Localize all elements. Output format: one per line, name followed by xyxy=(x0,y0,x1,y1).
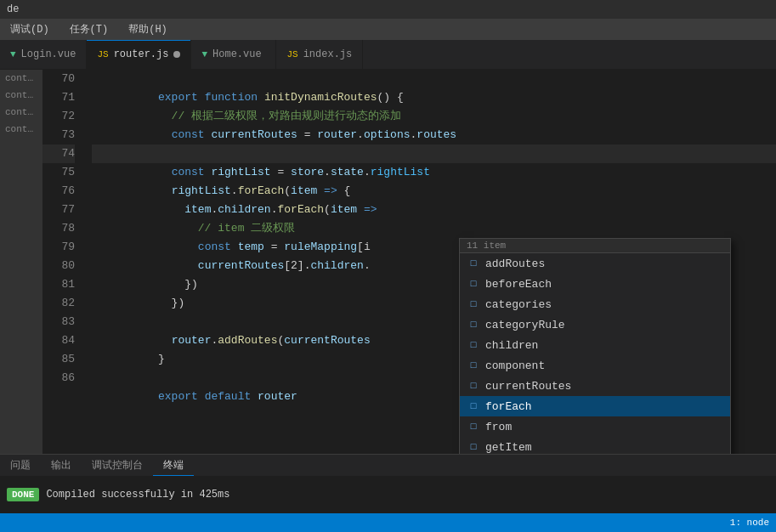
file-icon-1: □ xyxy=(467,257,480,270)
code-line-71: // 根据二级权限，对路由规则进行动态的添加 xyxy=(92,88,776,107)
js-icon: JS xyxy=(97,49,108,59)
autocomplete-label-addRoutes: addRoutes xyxy=(485,258,545,270)
code-area: 70 71 72 73 74 75 76 77 78 79 80 81 82 8… xyxy=(42,70,776,454)
menu-task[interactable]: 任务(T) xyxy=(66,20,112,38)
sidebar-item-3: control\... xyxy=(0,104,42,121)
autocomplete-label-component: component xyxy=(485,359,545,372)
menu-help[interactable]: 帮助(H) xyxy=(125,20,171,38)
sidebar-item-1: control\... xyxy=(0,70,42,87)
code-line-74: const rightList = store.state.rightList xyxy=(92,144,776,163)
js-icon-2: JS xyxy=(286,49,297,59)
code-line-78: const temp = ruleMapping[i xyxy=(92,219,776,238)
autocomplete-label-categoryRule: categoryRule xyxy=(485,319,565,331)
autocomplete-item-currentRoutes[interactable]: □ currentRoutes xyxy=(460,376,730,396)
file-icon-4: □ xyxy=(467,318,480,331)
autocomplete-item-categoryRule[interactable]: □ categoryRule xyxy=(460,314,730,335)
autocomplete-item-beforeEach[interactable]: □ beforeEach xyxy=(460,274,730,294)
tab-home[interactable]: ▼ Home.vue xyxy=(191,40,276,69)
title-text: de xyxy=(7,3,19,15)
bottom-panel: 问题 输出 调试控制台 终端 DONE Compiled successfull… xyxy=(0,454,776,513)
vue-icon: ▼ xyxy=(10,49,16,59)
tab-home-label: Home.vue xyxy=(212,48,262,60)
autocomplete-item-from[interactable]: □ from xyxy=(460,416,730,437)
autocomplete-label-getItem: getItem xyxy=(485,441,532,454)
tab-router[interactable]: JS router.js xyxy=(87,40,191,69)
autocomplete-label-beforeEach: beforeEach xyxy=(485,278,552,291)
autocomplete-header: 11 item xyxy=(460,239,730,253)
tab-bar: ▼ Login.vue JS router.js ▼ Home.vue JS i… xyxy=(0,40,776,70)
code-line-70: export function initDynamicRoutes() { xyxy=(92,70,776,88)
code-line-73: // currentRoutes[2].children.push() xyxy=(92,126,776,144)
autocomplete-label-forEach: forEach xyxy=(485,400,532,413)
menu-debug[interactable]: 调试(D) xyxy=(7,20,53,38)
editor-container: control\... control\src... control\... c… xyxy=(0,70,776,454)
code-line-77: // item 二级权限 xyxy=(92,201,776,219)
sidebar: control\... control\src... control\... c… xyxy=(0,70,42,454)
panel-tab-terminal[interactable]: 终端 xyxy=(153,455,194,476)
file-icon-6: □ xyxy=(467,359,480,372)
code-editor[interactable]: 70 71 72 73 74 75 76 77 78 79 80 81 82 8… xyxy=(42,70,776,454)
modified-dot xyxy=(173,51,180,58)
autocomplete-item-categories[interactable]: □ categories xyxy=(460,294,730,314)
tab-index-label: index.js xyxy=(303,48,353,60)
file-icon-9: □ xyxy=(467,420,480,433)
code-line-76: item.children.forEach(item => xyxy=(92,182,776,201)
vue-icon-2: ▼ xyxy=(201,49,207,59)
menu-bar: 调试(D) 任务(T) 帮助(H) xyxy=(0,19,776,40)
panel-tab-debug[interactable]: 调试控制台 xyxy=(82,455,153,476)
autocomplete-dropdown: 11 item □ addRoutes □ beforeEach □ categ… xyxy=(459,238,731,454)
file-icon-10: □ xyxy=(467,440,480,454)
file-icon-7: □ xyxy=(467,379,480,393)
autocomplete-item-getItem[interactable]: □ getItem xyxy=(460,437,730,454)
sidebar-item-2: control\src... xyxy=(0,87,42,104)
autocomplete-label-children: children xyxy=(485,339,538,352)
code-line-75: rightList.forEach(item => { xyxy=(92,163,776,182)
autocomplete-item-addRoutes[interactable]: □ addRoutes xyxy=(460,253,730,274)
status-badge: DONE xyxy=(7,488,39,501)
compiled-message: Compiled successfully in 425ms xyxy=(46,489,229,501)
status-right: 1: node xyxy=(730,518,769,528)
code-line-72: const currentRoutes = router.options.rou… xyxy=(92,107,776,126)
file-icon-2: □ xyxy=(467,277,480,291)
panel-content: DONE Compiled successfully in 425ms xyxy=(0,476,776,513)
tab-login-label: Login.vue xyxy=(21,48,76,60)
tab-login[interactable]: ▼ Login.vue xyxy=(0,40,87,69)
panel-tabs: 问题 输出 调试控制台 终端 xyxy=(0,455,776,476)
line-numbers: 70 71 72 73 74 75 76 77 78 79 80 81 82 8… xyxy=(42,70,85,454)
tab-index[interactable]: JS index.js xyxy=(276,40,363,69)
autocomplete-label-from: from xyxy=(485,421,512,433)
autocomplete-label-categories: categories xyxy=(485,298,552,311)
autocomplete-label-currentRoutes: currentRoutes xyxy=(485,380,571,393)
title-bar: de xyxy=(0,0,776,19)
file-icon-8: □ xyxy=(467,399,480,413)
file-icon-3: □ xyxy=(467,297,480,311)
status-bar: 1: node xyxy=(0,513,776,532)
file-icon-5: □ xyxy=(467,338,480,352)
status-node: 1: node xyxy=(730,518,769,528)
panel-tab-output[interactable]: 输出 xyxy=(41,455,82,476)
panel-tab-problems[interactable]: 问题 xyxy=(0,455,41,476)
sidebar-item-4: control\src... xyxy=(0,121,42,138)
autocomplete-item-forEach[interactable]: □ forEach xyxy=(460,396,730,416)
autocomplete-item-component[interactable]: □ component xyxy=(460,355,730,376)
autocomplete-item-children[interactable]: □ children xyxy=(460,335,730,355)
tab-router-label: router.js xyxy=(114,48,169,60)
